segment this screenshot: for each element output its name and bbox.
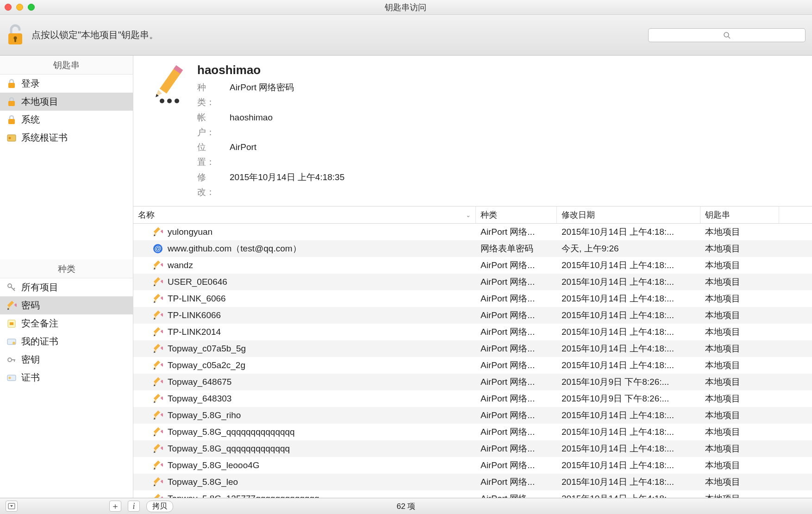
column-name[interactable]: 名称⌄ (133, 207, 476, 223)
row-date: 2015年10月14日 上午4:18:... (557, 407, 700, 424)
row-kind: AirPort 网络... (476, 407, 557, 424)
pencil-icon (153, 477, 163, 487)
svg-marker-30 (10, 505, 13, 507)
category-item[interactable]: 安全备注 (0, 314, 133, 332)
row-name: TP-LINK2014 (168, 327, 221, 337)
row-keychain: 本地项目 (700, 274, 779, 290)
detail-account-label: 帐户： (197, 110, 223, 140)
row-keychain: 本地项目 (700, 307, 779, 324)
lock-icon (6, 115, 17, 125)
minimize-window-button[interactable] (16, 4, 23, 11)
pencil-icon (153, 344, 163, 354)
column-kind[interactable]: 种类 (476, 207, 557, 223)
keychain-item[interactable]: 系统 (0, 111, 133, 129)
lock-icon (6, 79, 17, 89)
pencil-icon (153, 327, 163, 337)
show-actions-button[interactable] (6, 501, 18, 512)
keychain-item[interactable]: 系统根证书 (0, 129, 133, 147)
table-row[interactable]: Topway_5.8G_qqqqqqqqqqqqqqAirPort 网络...2… (133, 424, 812, 440)
table-row[interactable]: Topway_5.8G_leoAirPort 网络...2015年10月14日 … (133, 474, 812, 490)
category-item[interactable]: 所有项目 (0, 278, 133, 296)
table-row[interactable]: Topway_5.8G_135777qqqqqqqqqqqqqAirPort 网… (133, 490, 812, 498)
pencil-icon (153, 494, 163, 498)
row-kind: AirPort 网络... (476, 457, 557, 474)
row-date: 2015年10月14日 上午4:18:... (557, 424, 700, 440)
detail-kind-value: AirPort 网络密码 (230, 80, 294, 110)
search-icon (723, 31, 731, 39)
category-list: 所有项目密码安全备注我的证书密钥证书 (0, 278, 133, 387)
row-kind: AirPort 网络... (476, 257, 557, 274)
password-icon (144, 63, 186, 105)
row-name: Topway_648675 (168, 377, 231, 387)
row-date: 今天, 上午9:26 (557, 240, 700, 257)
category-label: 我的证书 (21, 335, 58, 348)
item-detail-pane: haoshimao 种类：AirPort 网络密码 帐户：haoshimao 位… (133, 56, 812, 207)
category-item[interactable]: 密码 (0, 296, 133, 314)
pencil-icon (153, 260, 163, 270)
table-row[interactable]: Topway_5.8G_qqqqqqqqqqqqqAirPort 网络...20… (133, 440, 812, 457)
sidebar-category-title: 种类 (0, 259, 133, 278)
lock-keychain-button[interactable] (6, 24, 24, 47)
note-icon (6, 319, 17, 329)
table-row[interactable]: www.github.com（test@qq.com）网络表单密码今天, 上午9… (133, 240, 812, 257)
add-item-button[interactable]: ＋ (109, 501, 121, 512)
row-keychain: 本地项目 (700, 257, 779, 274)
table-row[interactable]: Topway_c05a2c_2gAirPort 网络...2015年10月14日… (133, 357, 812, 374)
copy-button[interactable]: 拷贝 (146, 501, 173, 512)
row-name: www.github.com（test@qq.com） (168, 243, 301, 255)
detail-account-value: haoshimao (230, 110, 273, 140)
category-label: 证书 (21, 371, 40, 384)
row-date: 2015年10月9日 下午8:26:... (557, 374, 700, 390)
row-kind: AirPort 网络... (476, 424, 557, 440)
keychain-label: 登录 (21, 77, 40, 90)
row-kind: AirPort 网络... (476, 324, 557, 340)
row-keychain: 本地项目 (700, 357, 779, 374)
zoom-window-button[interactable] (28, 4, 35, 11)
pencil-icon (153, 410, 163, 420)
row-kind: AirPort 网络... (476, 307, 557, 324)
table-row[interactable]: wandzAirPort 网络...2015年10月14日 上午4:18:...… (133, 257, 812, 274)
pencil-icon (153, 360, 163, 370)
column-spacer (779, 207, 812, 223)
row-keychain: 本地项目 (700, 374, 779, 390)
column-date[interactable]: 修改日期 (557, 207, 700, 223)
toolbar: 点按以锁定"本地项目"钥匙串。 (0, 15, 812, 56)
table-row[interactable]: USER_0E0646AirPort 网络...2015年10月14日 上午4:… (133, 274, 812, 290)
close-window-button[interactable] (5, 4, 12, 11)
table-row[interactable]: Topway_648303AirPort 网络...2015年10月9日 下午8… (133, 390, 812, 407)
table-body[interactable]: yulongyuanAirPort 网络...2015年10月14日 上午4:1… (133, 224, 812, 498)
row-date: 2015年10月14日 上午4:18:... (557, 457, 700, 474)
row-name: Topway_5.8G_riho (168, 410, 241, 420)
svg-point-21 (724, 32, 729, 37)
info-button[interactable]: i (128, 501, 140, 512)
search-input[interactable] (648, 28, 806, 42)
row-kind: AirPort 网络... (476, 440, 557, 457)
table-row[interactable]: TP-LINK_6066AirPort 网络...2015年10月14日 上午4… (133, 290, 812, 307)
row-keychain: 本地项目 (700, 474, 779, 490)
table-row[interactable]: TP-LINK2014AirPort 网络...2015年10月14日 上午4:… (133, 324, 812, 340)
keychain-item[interactable]: 本地项目 (0, 93, 133, 111)
row-date: 2015年10月14日 上午4:18:... (557, 307, 700, 324)
table-row[interactable]: Topway_c07a5b_5gAirPort 网络...2015年10月14日… (133, 340, 812, 357)
svg-rect-20 (14, 38, 16, 42)
category-item[interactable]: 我的证书 (0, 332, 133, 351)
keychain-item[interactable]: 登录 (0, 75, 133, 93)
row-name: Topway_c05a2c_2g (168, 360, 245, 370)
column-keychain[interactable]: 钥匙串 (700, 207, 779, 223)
at-icon (153, 244, 163, 254)
table-row[interactable]: TP-LINK6066AirPort 网络...2015年10月14日 上午4:… (133, 307, 812, 324)
detail-where-value: AirPort (230, 140, 256, 170)
row-keychain: 本地项目 (700, 390, 779, 407)
table-row[interactable]: Topway_5.8G_rihoAirPort 网络...2015年10月14日… (133, 407, 812, 424)
keychains-list: 登录本地项目系统系统根证书 (0, 75, 133, 147)
svg-point-26 (160, 99, 164, 103)
category-item[interactable]: 密钥 (0, 351, 133, 369)
detail-where-label: 位置： (197, 140, 223, 170)
pencil-icon (6, 301, 17, 311)
row-name: Topway_c07a5b_5g (168, 344, 246, 354)
table-row[interactable]: Topway_5.8G_leooo4GAirPort 网络...2015年10月… (133, 457, 812, 474)
row-keychain: 本地项目 (700, 340, 779, 357)
table-row[interactable]: Topway_648675AirPort 网络...2015年10月9日 下午8… (133, 374, 812, 390)
category-item[interactable]: 证书 (0, 369, 133, 387)
table-row[interactable]: yulongyuanAirPort 网络...2015年10月14日 上午4:1… (133, 224, 812, 240)
